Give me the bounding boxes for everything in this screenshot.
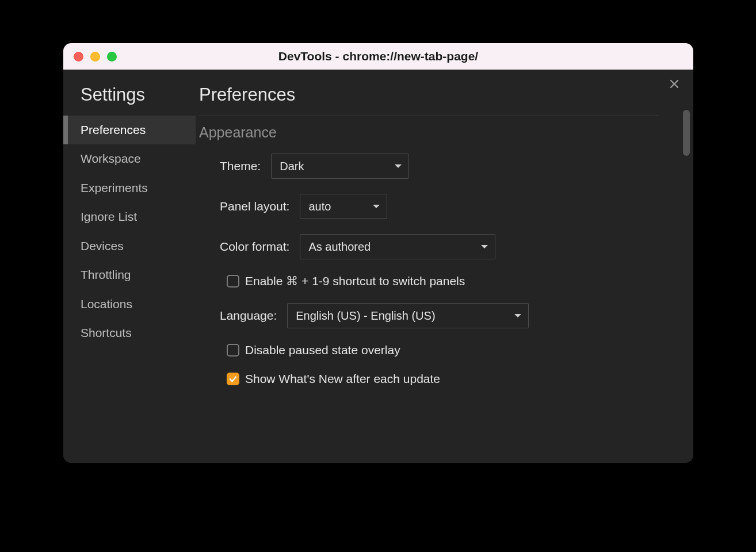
whats-new-checkbox[interactable] [227,373,239,385]
language-row: Language: English (US) - English (US) [220,303,676,328]
page-title: Preferences [199,85,676,116]
color-format-label: Color format: [220,240,289,254]
whats-new-row: Show What's New after each update [220,372,676,386]
panel-layout-label: Panel layout: [220,200,289,213]
check-icon [228,374,238,384]
color-format-value: As authored [308,240,371,254]
shortcut-switch-panels-checkbox[interactable] [227,275,239,288]
color-format-select[interactable]: As authored [300,234,495,259]
sidebar-item-locations[interactable]: Locations [63,290,196,319]
language-label: Language: [220,309,277,323]
content-area: Settings PreferencesWorkspaceExperiments… [63,70,693,463]
shortcut-switch-panels-label: Enable ⌘ + 1-9 shortcut to switch panels [245,274,465,288]
theme-row: Theme: Dark [220,154,676,179]
sidebar-heading: Settings [63,85,196,116]
settings-sidebar: Settings PreferencesWorkspaceExperiments… [63,70,196,463]
chevron-down-icon [395,164,402,168]
shortcut-switch-panels-row: Enable ⌘ + 1-9 shortcut to switch panels [220,274,676,288]
divider [199,116,659,116]
chevron-down-icon [373,205,380,208]
panel-layout-value: auto [308,200,331,213]
whats-new-label: Show What's New after each update [245,372,440,386]
panel-layout-select[interactable]: auto [300,194,387,219]
sidebar-item-workspace[interactable]: Workspace [63,144,196,173]
chevron-down-icon [514,314,521,317]
sidebar-item-ignore-list[interactable]: Ignore List [63,202,196,231]
sidebar-item-devices[interactable]: Devices [63,232,196,260]
panel-layout-row: Panel layout: auto [220,194,676,219]
sidebar-item-preferences[interactable]: Preferences [63,116,196,144]
theme-label: Theme: [220,159,261,173]
theme-value: Dark [280,160,304,173]
disable-paused-overlay-checkbox[interactable] [227,344,239,356]
color-format-row: Color format: As authored [220,234,676,259]
disable-paused-overlay-row: Disable paused state overlay [220,343,676,357]
sidebar-item-throttling[interactable]: Throttling [63,260,196,289]
window-title: DevTools - chrome://new-tab-page/ [63,49,693,63]
window-controls [74,52,117,62]
window-minimize-button[interactable] [90,52,100,62]
devtools-settings-window: DevTools - chrome://new-tab-page/ Settin… [63,43,693,463]
section-appearance-title: Appearance [199,124,676,141]
titlebar: DevTools - chrome://new-tab-page/ [63,43,693,70]
sidebar-item-experiments[interactable]: Experiments [63,174,196,202]
settings-main: Preferences Appearance Theme: Dark Panel… [196,70,693,463]
window-zoom-button[interactable] [107,52,117,62]
chevron-down-icon [481,245,488,248]
theme-select[interactable]: Dark [271,154,409,179]
window-close-button[interactable] [74,52,83,62]
scrollbar-thumb[interactable] [683,110,690,156]
language-value: English (US) - English (US) [296,309,435,323]
language-select[interactable]: English (US) - English (US) [287,303,529,328]
sidebar-item-shortcuts[interactable]: Shortcuts [63,319,196,347]
disable-paused-overlay-label: Disable paused state overlay [245,343,400,357]
